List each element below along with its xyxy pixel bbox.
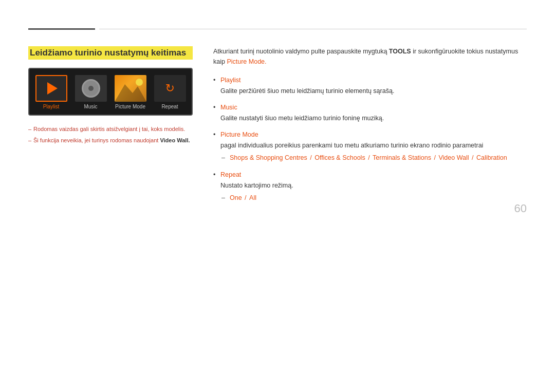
sep-2: / — [366, 154, 372, 161]
play-icon — [47, 82, 58, 95]
notes-section: Rodomas vaizdas gali skirtis atsižvelgia… — [28, 125, 193, 145]
link-shops: Shops & Shopping Centres — [230, 154, 307, 161]
link-one: One — [230, 194, 242, 201]
media-item-playlist: Playlist — [34, 75, 68, 109]
bullet-picture-mode-title: Picture Mode — [220, 131, 258, 138]
intro-paragraph: Atkuriant turinį nuotolinio valdymo pult… — [213, 46, 527, 67]
repeat-icon: ↺ — [165, 82, 175, 95]
section-title: Leidžiamo turinio nustatymų keitimas — [28, 46, 193, 60]
music-circle-inner — [88, 86, 94, 91]
link-offices: Offices & Schools — [314, 154, 365, 161]
bullet-repeat-title: Repeat — [220, 171, 241, 178]
bullet-playlist-desc: Galite peržiūrėti šiuo metu leidžiamų tu… — [220, 86, 527, 96]
bullet-picture-mode-desc: pagal individualius poreikius parenkami … — [220, 140, 527, 151]
sep-4: / — [470, 154, 475, 161]
intro-keyword: TOOLS — [389, 48, 411, 55]
bullet-picture-mode: Picture Mode pagal individualius poreiki… — [213, 129, 527, 163]
playlist-thumb — [35, 75, 67, 102]
svg-point-1 — [136, 79, 143, 86]
sep-3: / — [432, 154, 437, 161]
link-all: All — [249, 194, 256, 201]
repeat-thumb: ↺ — [154, 75, 186, 102]
bullet-playlist: Playlist Galite peržiūrėti šiuo metu lei… — [213, 75, 527, 96]
note-2: Ši funkcija neveikia, jei turinys rodoma… — [28, 136, 193, 145]
picture-thumb — [115, 75, 146, 102]
repeat-label: Repeat — [161, 104, 178, 109]
link-videowall: Video Wall — [438, 154, 469, 161]
playlist-label: Playlist — [43, 104, 60, 109]
media-item-repeat: ↺ Repeat — [153, 75, 187, 109]
repeat-sub-item: One / All — [220, 193, 527, 203]
music-label: Music — [84, 104, 97, 109]
intro-link: Picture Mode. — [227, 58, 266, 65]
note-1-text: Rodomas vaizdas gali skirtis atsižvelgia… — [33, 126, 185, 132]
media-item-music: Music — [74, 75, 107, 109]
link-calibration: Calibration — [476, 154, 507, 161]
bullet-repeat: Repeat Nustato kartojimo režimą. One / A… — [213, 170, 527, 203]
picture-svg — [115, 75, 146, 102]
bullet-music-title: Music — [220, 104, 237, 111]
bullet-list: Playlist Galite peržiūrėti šiuo metu lei… — [213, 75, 527, 204]
note-2-bold: Video Wall. — [160, 137, 190, 143]
page-number: 60 — [514, 202, 527, 215]
bullet-music: Music Galite nustatyti šiuo metu leidžia… — [213, 102, 527, 123]
svg-marker-0 — [115, 84, 146, 102]
media-item-picture: Picture Mode — [114, 75, 147, 109]
picture-mode-sub-list: Shops & Shopping Centres / Offices & Sch… — [220, 153, 527, 163]
sep-1: / — [308, 154, 313, 161]
intro-prefix: Atkuriant turinį nuotolinio valdymo pult… — [213, 48, 389, 55]
media-player-box: Playlist Music — [28, 68, 193, 116]
bullet-playlist-title: Playlist — [220, 77, 241, 84]
picture-mode-label: Picture Mode — [115, 104, 145, 109]
bullet-repeat-desc: Nustato kartojimo režimą. — [220, 180, 527, 191]
note-1: Rodomas vaizdas gali skirtis atsižvelgia… — [28, 125, 193, 134]
left-column: Leidžiamo turinio nustatymų keitimas Pla… — [28, 46, 193, 210]
picture-mode-sub-item: Shops & Shopping Centres / Offices & Sch… — [220, 153, 527, 163]
bullet-music-desc: Galite nustatyti šiuo metu leidžiamo tur… — [220, 113, 527, 123]
link-terminals: Terminals & Stations — [373, 154, 431, 161]
right-column: Atkuriant turinį nuotolinio valdymo pult… — [213, 46, 527, 210]
music-circle — [82, 79, 100, 98]
note-2-text: Ši funkcija neveikia, jei turinys rodoma… — [33, 137, 190, 143]
music-thumb — [75, 75, 107, 102]
sep-5: / — [243, 194, 248, 201]
repeat-sub-list: One / All — [220, 193, 527, 203]
